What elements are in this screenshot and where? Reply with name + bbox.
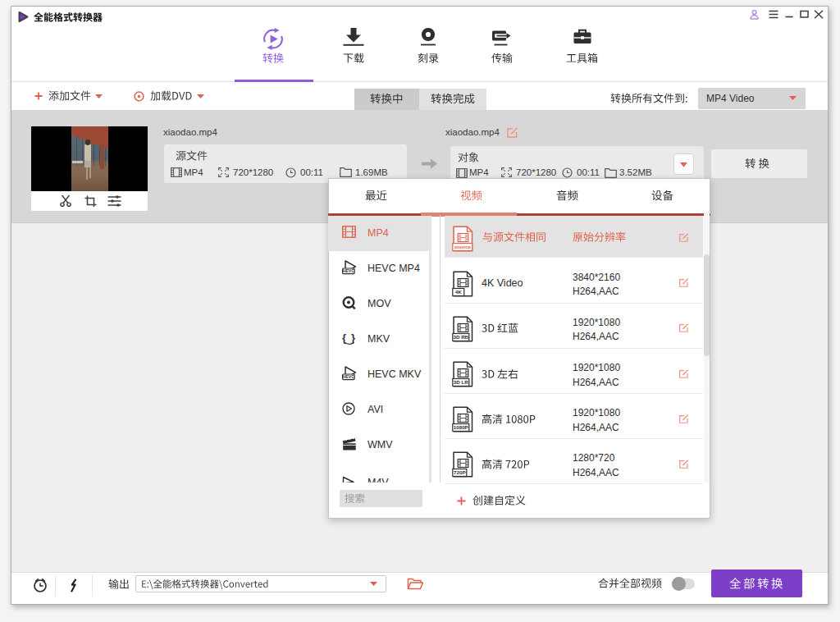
svg-text:1080P: 1080P [454, 424, 468, 430]
svg-text:720P: 720P [454, 469, 465, 475]
svg-text:HEVC: HEVC [343, 374, 354, 379]
svg-text:{: { [342, 332, 346, 344]
svg-text:3D LR: 3D LR [454, 379, 468, 385]
svg-text:HEVC: HEVC [343, 268, 354, 273]
svg-text:source: source [454, 244, 472, 249]
svg-text:4K: 4K [455, 289, 462, 295]
svg-text:3D RB: 3D RB [454, 334, 469, 340]
svg-text:}: } [351, 332, 355, 344]
